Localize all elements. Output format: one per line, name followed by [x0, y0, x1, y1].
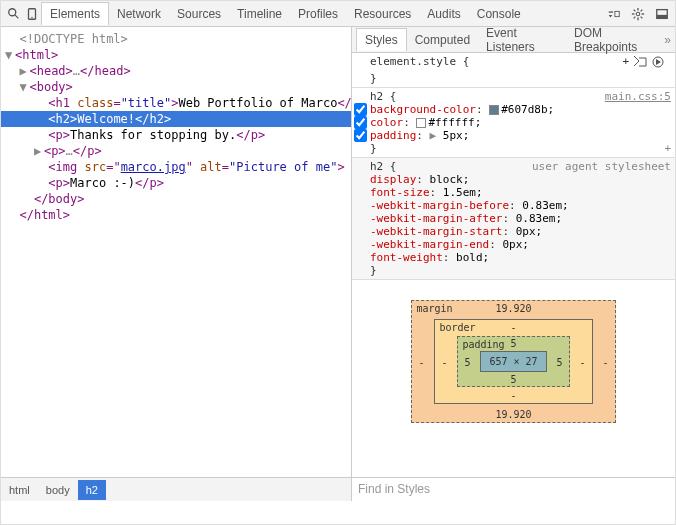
prop-color-checkbox[interactable]	[354, 116, 367, 129]
more-icon[interactable]: »	[664, 33, 671, 47]
dom-p1[interactable]: <p>Thanks for stopping by.</p>	[1, 127, 351, 143]
dom-body-close[interactable]: </body>	[1, 191, 351, 207]
tab-timeline[interactable]: Timeline	[229, 3, 290, 25]
margin-right: -	[603, 356, 609, 367]
crumb-html[interactable]: html	[1, 480, 38, 500]
tab-resources[interactable]: Resources	[346, 3, 419, 25]
svg-line-1	[15, 14, 19, 18]
toggle-state-icon[interactable]	[633, 55, 647, 72]
dom-p3[interactable]: <p>Marco :-)</p>	[1, 175, 351, 191]
padding-top: 5	[510, 338, 516, 349]
h2-selector: h2 {	[370, 90, 397, 103]
dom-doctype[interactable]: <!DOCTYPE html>	[1, 31, 351, 47]
margin-left: -	[418, 356, 424, 367]
svg-line-12	[641, 16, 643, 18]
dom-tree[interactable]: <!DOCTYPE html> ▼<html> ▶<head>…</head> …	[1, 27, 351, 477]
padding-label: padding	[462, 339, 504, 350]
search-icon[interactable]	[5, 5, 23, 23]
dom-head[interactable]: ▶<head>…</head>	[1, 63, 351, 79]
box-model: margin 19.920 19.920 - - border - - - - …	[352, 280, 675, 443]
prop-bg-checkbox[interactable]	[354, 103, 367, 116]
close-brace: }	[370, 264, 671, 277]
svg-point-3	[31, 16, 32, 17]
dom-h1[interactable]: <h1 class="title">Web Portfolio of Marco…	[1, 95, 351, 111]
svg-point-6	[636, 12, 640, 16]
border-label: border	[439, 322, 475, 333]
tab-computed[interactable]: Computed	[407, 29, 478, 51]
border-right: -	[580, 356, 586, 367]
svg-line-14	[641, 9, 643, 11]
tab-elements[interactable]: Elements	[41, 2, 109, 25]
dom-html[interactable]: ▼<html>	[1, 47, 351, 63]
source-link[interactable]: main.css:5	[605, 90, 671, 103]
content-size: 657 × 27	[480, 351, 546, 372]
crumb-body[interactable]: body	[38, 480, 78, 500]
close-brace: }	[370, 72, 671, 85]
dom-body[interactable]: ▼<body>	[1, 79, 351, 95]
add-prop-icon[interactable]: +	[664, 142, 671, 155]
tab-network[interactable]: Network	[109, 3, 169, 25]
main-css-section[interactable]: h2 {main.css:5 background-color: #607d8b…	[352, 88, 675, 158]
svg-rect-5	[615, 11, 619, 16]
gear-icon[interactable]	[629, 5, 647, 23]
animations-icon[interactable]	[651, 55, 665, 72]
svg-line-11	[634, 9, 636, 11]
crumb-h2[interactable]: h2	[78, 480, 106, 500]
border-bottom: -	[510, 390, 516, 401]
tab-audits[interactable]: Audits	[419, 3, 468, 25]
ua-label: user agent stylesheet	[532, 160, 671, 173]
svg-line-13	[634, 16, 636, 18]
dom-html-close[interactable]: </html>	[1, 207, 351, 223]
tab-profiles[interactable]: Profiles	[290, 3, 346, 25]
close-brace: }	[370, 142, 377, 155]
dom-p2[interactable]: ▶<p>…</p>	[1, 143, 351, 159]
dom-img[interactable]: <img src="marco.jpg" alt="Picture of me"…	[1, 159, 351, 175]
ua-stylesheet-section: h2 {user agent stylesheet display: block…	[352, 158, 675, 280]
border-top: -	[510, 322, 516, 333]
dock-icon[interactable]	[653, 5, 671, 23]
h2-ua-selector: h2 {	[370, 160, 397, 173]
padding-left: 5	[464, 356, 470, 367]
prop-padding-checkbox[interactable]	[354, 129, 367, 142]
svg-rect-4	[609, 11, 613, 12]
svg-point-0	[9, 8, 16, 15]
add-rule-icon[interactable]: +	[622, 55, 629, 72]
dom-h2-selected[interactable]: <h2>Welcome!</h2>	[1, 111, 351, 127]
margin-label: margin	[416, 303, 452, 314]
styles-tabbar: Styles Computed Event Listeners DOM Brea…	[352, 27, 675, 53]
tab-sources[interactable]: Sources	[169, 3, 229, 25]
breadcrumb: html body h2	[1, 477, 351, 501]
border-left: -	[441, 356, 447, 367]
padding-right: 5	[557, 356, 563, 367]
drawer-icon[interactable]	[605, 5, 623, 23]
margin-top: 19.920	[495, 303, 531, 314]
tab-styles[interactable]: Styles	[356, 28, 407, 51]
element-style-section[interactable]: element.style { + }	[352, 53, 675, 88]
svg-rect-16	[657, 14, 668, 18]
device-icon[interactable]	[23, 5, 41, 23]
find-in-styles[interactable]: Find in Styles	[352, 477, 675, 501]
margin-bottom: 19.920	[495, 409, 531, 420]
padding-bottom: 5	[510, 374, 516, 385]
element-style-label: element.style {	[370, 55, 469, 72]
